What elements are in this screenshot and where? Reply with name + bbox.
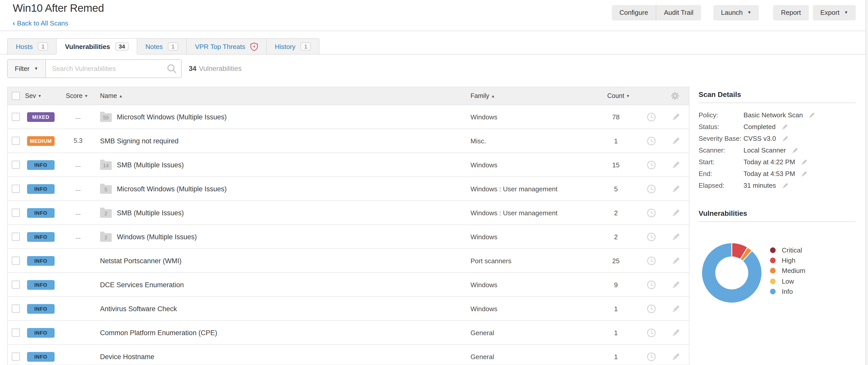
filter-button[interactable]: Filter▼ <box>7 59 46 78</box>
vulnerability-name[interactable]: SMB (Multiple Issues) <box>117 161 184 169</box>
audit-trail-button[interactable]: Audit Trail <box>656 5 701 21</box>
configure-audit-group: Configure Audit Trail <box>612 5 701 21</box>
configure-button[interactable]: Configure <box>612 5 656 21</box>
table-row[interactable]: INFO Device Hostname General 1 <box>8 345 689 365</box>
vulnerability-count: 34Vulnerabilities <box>189 65 242 72</box>
edit-pencil-icon[interactable] <box>672 352 681 361</box>
table-row[interactable]: INFO Antivirus Software Check Windows 1 <box>8 297 689 321</box>
edit-pencil-icon[interactable] <box>672 256 681 265</box>
row-checkbox[interactable] <box>12 137 20 145</box>
field-value: Local Scanner <box>743 146 786 154</box>
edit-pencil-icon[interactable] <box>782 124 788 130</box>
edit-pencil-icon[interactable] <box>792 147 799 154</box>
table-row[interactable]: INFO ... 5 Microsoft Windows (Multiple I… <box>8 177 689 201</box>
row-checkbox[interactable] <box>12 353 20 361</box>
vulnerability-name[interactable]: SMB (Multiple Issues) <box>117 209 184 217</box>
row-checkbox[interactable] <box>12 161 20 169</box>
vulnerability-name[interactable]: DCE Services Enumeration <box>100 281 184 289</box>
recast-clock-icon[interactable] <box>647 208 656 218</box>
recast-clock-icon[interactable] <box>647 232 656 242</box>
table-row[interactable]: INFO ... 2 SMB (Multiple Issues) Windows… <box>8 201 689 225</box>
edit-pencil-icon[interactable] <box>801 170 808 177</box>
vulnerability-name[interactable]: Antivirus Software Check <box>100 305 177 312</box>
recast-clock-icon[interactable] <box>647 352 656 362</box>
edit-pencil-icon[interactable] <box>672 160 681 169</box>
row-checkbox[interactable] <box>12 329 20 337</box>
table-row[interactable]: INFO Common Platform Enumeration (CPE) G… <box>8 321 689 345</box>
recast-clock-icon[interactable] <box>647 280 656 290</box>
column-header-sev[interactable]: Sev▾ <box>25 87 41 105</box>
tab-hosts[interactable]: Hosts1 <box>7 38 57 54</box>
scan-details-panel: Scan Details Policy: Basic Network Scan … <box>699 90 856 191</box>
field-value: Completed <box>743 123 776 131</box>
column-header-family[interactable]: Family▴ <box>470 87 494 105</box>
table-settings-gear-icon[interactable] <box>671 87 680 105</box>
launch-button[interactable]: Launch▼ <box>713 5 759 21</box>
tab-history[interactable]: History1 <box>266 38 319 54</box>
sort-desc-icon: ▾ <box>38 93 41 98</box>
table-row[interactable]: INFO ... 2 Windows (Multiple Issues) Win… <box>8 225 689 249</box>
edit-pencil-icon[interactable] <box>672 328 681 337</box>
row-checkbox[interactable] <box>12 257 20 265</box>
table-row[interactable]: MIXED ... 55 Microsoft Windows (Multiple… <box>8 105 689 129</box>
column-header-name[interactable]: Name▴ <box>100 87 122 105</box>
donut-slice-info <box>702 243 762 303</box>
table-row[interactable]: INFO DCE Services Enumeration Windows 9 <box>8 273 689 297</box>
edit-pencil-icon[interactable] <box>801 159 808 165</box>
legend-label: High <box>782 257 796 264</box>
tab-bar-underline <box>0 54 868 55</box>
edit-pencil-icon[interactable] <box>672 304 681 313</box>
vulnerability-name[interactable]: Microsoft Windows (Multiple Issues) <box>117 113 227 121</box>
export-button[interactable]: Export▼ <box>813 5 856 21</box>
table-row[interactable]: MEDIUM 5.3 SMB Signing not required Misc… <box>8 129 689 153</box>
vulnerability-name[interactable]: Microsoft Windows (Multiple Issues) <box>117 185 227 193</box>
vulnerability-name[interactable]: SMB Signing not required <box>100 137 179 145</box>
row-checkbox[interactable] <box>12 113 20 121</box>
recast-clock-icon[interactable] <box>647 256 656 266</box>
edit-pencil-icon[interactable] <box>672 280 681 289</box>
vulnerability-name[interactable]: Common Platform Enumeration (CPE) <box>100 329 217 336</box>
field-value: CVSS v3.0 <box>743 135 776 142</box>
edit-pencil-icon[interactable] <box>672 208 681 217</box>
search-input[interactable] <box>46 59 182 78</box>
sort-desc-icon: ▾ <box>627 93 629 98</box>
table-row[interactable]: INFO Netstat Portscanner (WMI) Port scan… <box>8 249 689 273</box>
edit-pencil-icon[interactable] <box>672 232 681 241</box>
column-header-count[interactable]: Count▾ <box>607 87 629 105</box>
row-checkbox[interactable] <box>12 304 20 313</box>
sort-desc-icon: ▾ <box>85 93 87 98</box>
row-checkbox[interactable] <box>12 185 20 193</box>
vertical-scrollbar[interactable] <box>865 0 868 365</box>
edit-pencil-icon[interactable] <box>672 136 681 145</box>
recast-clock-icon[interactable] <box>647 160 656 170</box>
legend-color-dot <box>770 289 776 295</box>
edit-pencil-icon[interactable] <box>782 182 789 189</box>
sort-asc-icon: ▴ <box>492 93 494 98</box>
table-row[interactable]: INFO ... 14 SMB (Multiple Issues) Window… <box>8 153 689 177</box>
recast-clock-icon[interactable] <box>647 304 656 314</box>
search-icon <box>166 63 177 76</box>
report-button[interactable]: Report <box>773 5 809 21</box>
vulnerability-name[interactable]: Netstat Portscanner (WMI) <box>100 257 182 265</box>
row-checkbox[interactable] <box>12 233 20 241</box>
edit-pencil-icon[interactable] <box>809 112 816 118</box>
tab-vulnerabilities[interactable]: Vulnerabilities34 <box>56 38 137 54</box>
recast-clock-icon[interactable] <box>647 112 656 122</box>
column-header-score[interactable]: Score▾ <box>66 87 87 105</box>
recast-clock-icon[interactable] <box>647 184 656 194</box>
recast-clock-icon[interactable] <box>647 328 656 338</box>
row-checkbox[interactable] <box>12 209 20 217</box>
severity-badge: INFO <box>27 232 55 241</box>
tab-vpr-top-threats[interactable]: VPR Top Threats <box>186 38 267 54</box>
tab-notes[interactable]: Notes1 <box>137 38 187 54</box>
back-to-all-scans-link[interactable]: ‹Back to All Scans <box>13 20 68 27</box>
vulnerability-name[interactable]: Windows (Multiple Issues) <box>117 233 197 240</box>
row-checkbox[interactable] <box>12 280 20 289</box>
edit-pencil-icon[interactable] <box>782 135 789 142</box>
select-all-checkbox[interactable] <box>12 92 20 100</box>
edit-pencil-icon[interactable] <box>672 112 681 121</box>
edit-pencil-icon[interactable] <box>672 184 681 193</box>
vulnerability-name[interactable]: Device Hostname <box>100 353 154 360</box>
severity-badge: MIXED <box>27 112 55 122</box>
recast-clock-icon[interactable] <box>647 136 656 146</box>
